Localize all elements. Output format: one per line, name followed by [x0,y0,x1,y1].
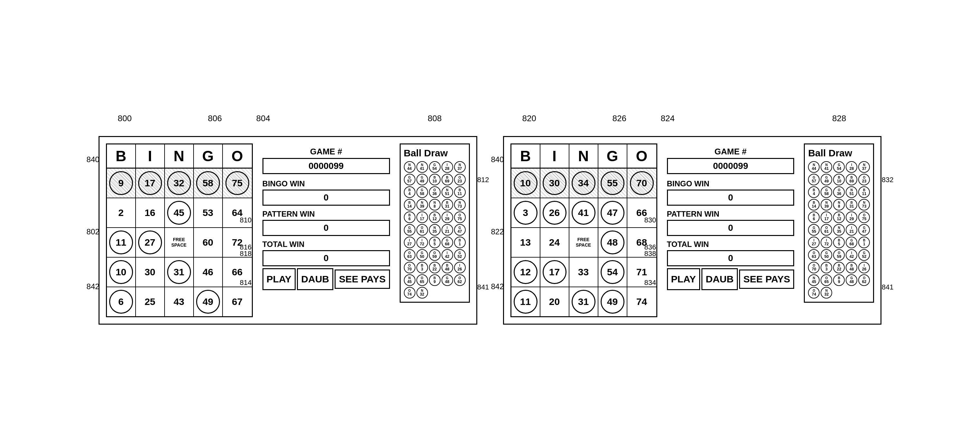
bingo2-cell-2-1: 3 [511,198,540,227]
ball-item: O61 [417,224,428,236]
panel2-daub-button[interactable]: DAUB [702,268,738,290]
ball-item: B22 [833,262,845,273]
bingo-row-2: 2 16 45 53 64 [107,198,252,228]
bingo2-cell-5-2: 20 [540,287,570,316]
ball-item: O23 [454,174,466,185]
panel1-controls: GAME # 0000099 BINGO WIN 0 PATTERN WIN 0… [258,144,395,317]
ball-item: G49 [821,174,832,185]
ball-item: O74 [808,287,819,299]
ball-row: N45O65B9G48O62 [404,274,466,286]
panel2-play-button[interactable]: PLAY [667,268,700,290]
ball-item: B1 [858,236,870,248]
ball-item: B31 [442,199,453,211]
panel2-controls: GAME # 0000099 BINGO WIN 0 PATTERN WIN 0… [662,144,799,317]
bingo2-cell-4-1: 12 [511,257,540,287]
bingo-cell-1-2: 17 [136,169,165,198]
ball-item: I17 [821,211,832,223]
ball-item: G68 [442,236,453,248]
bingo2-h-n: N [570,144,598,168]
bingo2-cell-2-2: 26 [540,198,570,227]
ball-item: O63 [808,249,819,261]
ref-841: 841 [477,283,489,291]
bingo2-h-i: I [540,144,570,168]
panel1-play-button[interactable]: PLAY [262,268,296,290]
ball-item: I72 [417,236,428,248]
ref-808: 808 [428,113,442,123]
ref-814: 814 [240,278,252,287]
ball-item: G54 [833,161,845,173]
bingo2-cell-3-1: 13 [511,228,540,257]
bingo-cell-4-3: 31 [165,257,194,287]
panel2-see-pays-button[interactable]: SEE PAYS [739,270,794,289]
panel1-ball-draw-wrapper: 812 841 Ball Draw N44N41G54I28N37G57G49B… [400,144,470,317]
ball-item: O59 [429,249,441,261]
panel2-game-number: GAME # 0000099 [667,147,794,174]
ball-item: N37 [454,161,466,173]
panel1-wrapper: 800 806 804 808 840 802 842 B I N G [99,136,477,324]
ball-item: I29 [846,211,857,223]
ball-item: N8 [833,199,845,211]
ball-item: O36 [429,186,441,198]
ref-800: 800 [118,113,132,123]
ball-item: B4 [404,186,415,198]
panel1-daub-button[interactable]: DAUB [297,268,333,290]
ball-draw-title: Ball Draw [404,148,466,158]
ball-item: G57 [808,174,819,185]
ball-row: O70B3B22B48I26 [808,262,870,273]
ball-row: N44N41G54I28N37 [808,161,870,173]
ref2-838: 838 [644,249,656,258]
ball-item: I27 [808,236,819,248]
ball-item: B31 [846,199,857,211]
ball-item: G58 [821,186,832,198]
ball-item: B9 [429,274,441,286]
game-number-box-2: 0000099 [667,158,794,174]
ball-item: O62 [454,274,466,286]
bingo-win-label-2: BINGO WIN [667,179,794,188]
ball-item: O59 [833,249,845,261]
bingo-cell-5-3: 43 [165,287,194,316]
ball-row: B4G58O36N51B11 [404,186,466,198]
ball-item: I42 [846,249,857,261]
ball-item: N41 [417,161,428,173]
ball-item: B1 [454,236,466,248]
ref-842: 842 [87,282,100,291]
ball-item: G47 [858,224,870,236]
ball-item: N39 [417,199,428,211]
ball-row: B14N39N8B31N73 [404,199,466,211]
ball-item: B4 [808,186,819,198]
ref-806: 806 [208,113,222,123]
ball-item: I21 [846,224,857,236]
total-win-label: TOTAL WIN [262,240,390,249]
ball-item: N35 [833,224,845,236]
ball-item: G68 [846,236,857,248]
ball-item: B22 [429,262,441,273]
ref2-830: 830 [644,216,656,224]
ref2-826: 826 [612,113,627,123]
bingo-cell-2-3: 45 [165,198,194,227]
ref-810: 810 [240,216,252,224]
bingo-cell-1-5: 75 [223,169,252,198]
panel1-see-pays-button[interactable]: SEE PAYS [335,270,390,289]
panel2-bingo-card: B I N G O 10 30 34 55 70 [511,144,657,317]
bingo-cell-3-1: 11 [107,228,136,257]
ball-item: O70 [404,262,415,273]
ball-item: G57 [404,174,415,185]
ball-row: B14N39N8B31N73 [808,199,870,211]
bingo-cell-2-2: 16 [136,198,165,227]
panel2-wrapper: 820 826 824 828 840 822 842 B I N G [503,136,882,324]
ball-item: G50 [417,249,428,261]
ball-item: B11 [454,186,466,198]
bingo-h-o: O [223,144,252,168]
bingo-cell-4-2: 30 [136,257,165,287]
bingo-win-box-2: 0 [667,190,794,206]
bingo2-cell-2-4: 47 [598,198,627,227]
ball-item: G48 [442,274,453,286]
ball-item: B10 [429,174,441,185]
bingo-header: B I N G O [107,144,252,169]
panel1-pattern-win: PATTERN WIN 0 [262,209,390,236]
bingo-row-5: 6 25 43 49 67 [107,287,252,316]
ball-item: O70 [808,262,819,273]
pattern-win-label-2: PATTERN WIN [667,209,794,219]
ball-item: G52 [454,249,466,261]
bingo2-cell-5-5: 74 [627,287,656,316]
